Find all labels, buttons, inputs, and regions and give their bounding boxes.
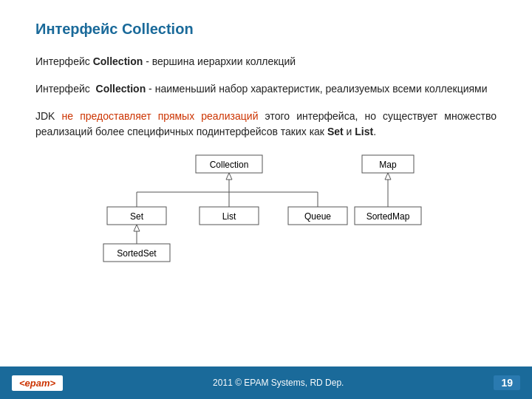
diagram-svg: Collection Map Set List [96,151,436,266]
svg-marker-21 [385,173,391,180]
svg-text:Queue: Queue [304,211,331,222]
svg-text:Set: Set [130,211,144,222]
red-text: не предоставляет прямых реализаций [62,110,259,122]
footer-copyright: 2011 © EPAM Systems, RD Dep. [213,378,344,388]
paragraph-2: Интерфейс Collection - наименьший набор … [35,81,497,97]
svg-text:List: List [222,211,236,222]
svg-marker-19 [134,225,140,231]
slide-title: Интерфейс Collection [35,21,497,38]
svg-text:SortedSet: SortedSet [117,248,157,259]
paragraph-1: Интерфейс Collection - вершина иерархии … [35,54,497,69]
footer: <epam> 2011 © EPAM Systems, RD Dep. 19 [0,366,532,399]
content-area: Интерфейс Collection Интерфейс Collectio… [0,0,532,366]
svg-text:Collection: Collection [210,160,249,170]
slide: Интерфейс Collection Интерфейс Collectio… [0,0,532,399]
paragraph-3: JDK не предоставляет прямых реализаций э… [35,109,497,140]
bold-collection-1: Collection [93,55,143,67]
svg-marker-15 [226,173,232,180]
bold-collection-2: Collection [96,83,146,95]
diagram: Collection Map Set List [96,151,436,266]
svg-text:SortedMap: SortedMap [366,211,410,222]
footer-page-number: 19 [494,375,520,390]
epam-logo: <epam> [12,375,63,391]
bold-set: Set [327,126,344,137]
svg-text:Map: Map [379,160,397,170]
bold-list: List [355,126,373,137]
